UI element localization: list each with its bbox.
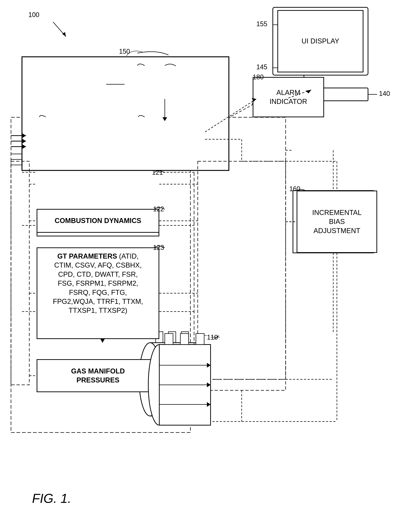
combustion-dynamics-label: COMBUSTION DYNAMICS [55,216,141,225]
processing-component-box: PROCESSING COMPONENT [124,70,205,99]
svg-marker-54 [100,339,105,343]
alarm-indicator-label: ALARM INDICATOR [270,88,307,106]
ref-100: 100 [28,11,39,19]
svg-rect-50 [181,332,189,343]
svg-rect-93 [180,333,189,345]
ref-130: 130 [150,65,161,73]
svg-line-98 [205,99,256,132]
svg-marker-20 [29,157,33,162]
ref-133: 133 [137,117,148,125]
svg-marker-91 [207,402,210,407]
svg-marker-65 [22,133,26,138]
ref-115: 115 [159,410,170,418]
processing-component-label: PROCESSING COMPONENT [142,75,188,93]
svg-rect-94 [196,333,204,345]
adjustment-component-label: ADJUSTMENT COMPONENT [141,130,188,148]
acquisition-component-label: ACQUISITION COMPONENT [43,130,88,148]
ref-160: 160 [289,185,300,193]
ref-180: 180 [253,73,264,81]
alarm-indicator-box: ALARM INDICATOR [253,77,324,117]
ref-155: 155 [256,20,267,28]
gas-manifold-label: GAS MANIFOLD PRESSURES [71,367,125,385]
svg-rect-59 [11,161,29,385]
data-store-label: DATA STORE [45,80,87,89]
svg-marker-82 [203,373,207,378]
gt-parameters-label: GT PARAMETERS (ATID, CTIM, CSGV, AFQ, CS… [41,252,155,315]
ref-131: 131 [41,117,52,125]
gas-manifold-box: GAS MANIFOLD PRESSURES [37,359,159,392]
adjustment-component-box: ADJUSTMENT COMPONENT [124,121,205,158]
fig-label: FIG. 1. [32,491,71,506]
ref-145: 145 [256,63,267,71]
svg-marker-69 [22,145,26,149]
combustion-dynamics-box: COMBUSTION DYNAMICS [37,209,159,233]
ui-display-label: UI DISPLAY [302,37,339,46]
svg-rect-74 [198,161,286,390]
ref-121: 121 [152,169,163,176]
incremental-bias-box: INCREMENTAL BIAS ADJUSTMENT [297,191,377,253]
ref-120: 120 [159,390,170,398]
svg-marker-46 [194,360,198,366]
incremental-bias-label: INCREMENTAL BIAS ADJUSTMENT [312,208,362,235]
ref-140: 140 [379,90,390,97]
gt-parameters-box: GT PARAMETERS (ATID, CTIM, CSGV, AFQ, CS… [37,247,159,339]
ref-135: 135 [26,66,37,74]
svg-line-0 [53,22,66,37]
ui-display-box: UI DISPLAY [277,10,364,72]
ref-122: 122 [153,205,164,213]
svg-rect-92 [165,333,173,345]
svg-marker-1 [62,32,66,37]
svg-marker-47 [194,393,198,399]
svg-marker-90 [207,382,210,387]
svg-marker-58 [162,117,167,121]
ref-110: 110 [207,333,218,341]
acquisition-component-box: ACQUISITION COMPONENT [26,121,106,158]
svg-marker-67 [22,139,26,143]
data-store-box: DATA STORE [26,70,106,99]
svg-rect-49 [169,332,176,343]
ref-123: 123 [153,244,164,251]
svg-marker-22 [29,163,33,167]
svg-marker-89 [207,363,210,368]
ref-132: 132 [124,66,135,74]
ref-124: 124 [153,356,164,363]
diagram-container: 100 UI DISPLAY 155 145 140 AUTO-TUNE CON… [0,0,405,532]
ref-150-line [117,47,154,60]
svg-marker-38 [198,376,202,383]
